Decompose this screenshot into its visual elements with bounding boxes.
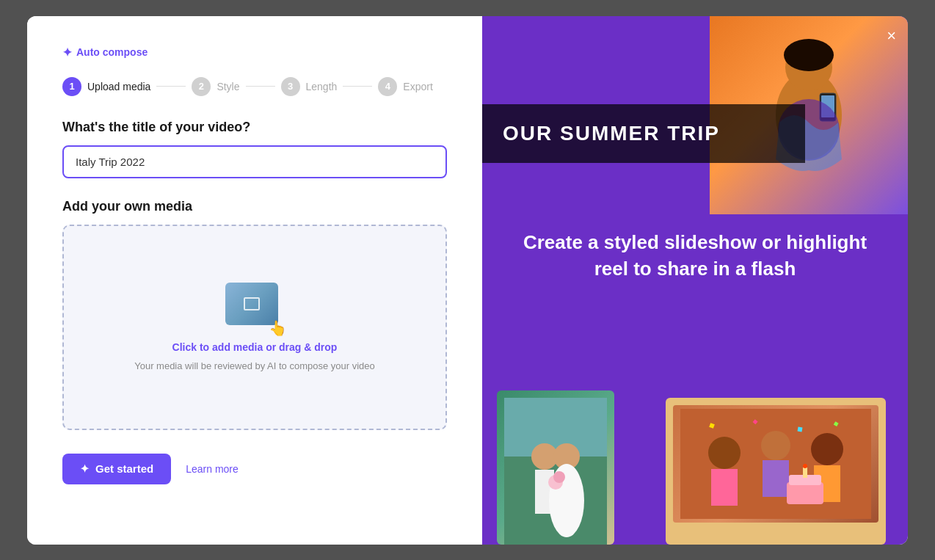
svg-rect-7 [504,398,607,457]
center-text: Create a styled slideshow or highlight r… [482,229,908,283]
learn-more-link[interactable]: Learn more [186,463,239,475]
svg-rect-23 [798,426,803,432]
get-started-icon: ✦ [80,462,90,476]
party-svg [680,409,871,519]
center-headline: Create a styled slideshow or highlight r… [512,229,878,283]
summer-trip-banner: OUR SUMMER TRIP [482,104,805,163]
get-started-button[interactable]: ✦ Get started [62,454,171,484]
wedding-photo [497,390,614,545]
svg-point-15 [708,437,741,469]
step-3-label: Length [306,81,338,92]
step-4-label: Export [403,81,432,92]
step-4-circle: 4 [378,77,397,96]
steps-bar: 1 Upload media 2 Style 3 Length [62,77,447,96]
upload-subtext: Your media will be reviewed by AI to com… [134,360,375,371]
modal-overlay: ✦ Auto compose 1 Upload media 2 Style [0,0,935,560]
summer-trip-text: OUR SUMMER TRIP [503,122,720,145]
bottom-images [482,390,908,545]
close-button[interactable]: × [887,28,896,44]
bottom-actions: ✦ Get started Learn more [62,454,447,484]
modal: ✦ Auto compose 1 Upload media 2 Style [27,16,908,545]
upload-icon-wrap: 👆 [225,283,284,334]
svg-point-19 [811,433,843,465]
auto-compose-icon: ✦ [62,46,72,59]
right-panel: × [482,16,908,545]
step-1-label: Upload media [87,81,150,92]
svg-point-2 [784,39,834,71]
step-2-circle: 2 [192,77,211,96]
step-3-circle: 3 [281,77,300,96]
svg-point-13 [553,471,565,483]
upload-zone[interactable]: 👆 Click to add media or drag & drop Your… [62,225,447,430]
left-panel: ✦ Auto compose 1 Upload media 2 Style [27,16,482,545]
get-started-label: Get started [95,462,153,475]
svg-rect-27 [803,468,807,478]
svg-rect-18 [763,460,789,497]
step-3: 3 Length [281,77,338,96]
video-title-input[interactable] [62,145,447,178]
party-photo-inner [673,405,878,523]
step-divider-2 [246,86,275,87]
wedding-svg [504,398,607,545]
step-2: 2 Style [192,77,239,96]
step-divider-1 [156,86,186,87]
step-divider-3 [343,86,372,87]
svg-point-28 [803,464,807,468]
step-4: 4 Export [378,77,432,96]
party-photo-frame [666,398,886,545]
media-section-label: Add your own media [62,199,447,214]
step-1-circle: 1 [62,77,81,96]
svg-point-17 [761,431,790,460]
svg-rect-16 [711,469,738,506]
step-2-label: Style [217,81,239,92]
svg-rect-25 [787,482,823,504]
auto-compose-label: ✦ Auto compose [62,46,447,59]
cursor-icon: 👆 [269,319,287,337]
upload-link[interactable]: Click to add media or drag & drop [172,341,338,353]
step-1: 1 Upload media [62,77,150,96]
auto-compose-text: Auto compose [76,46,148,58]
title-section-label: What's the title of your video? [62,120,447,135]
